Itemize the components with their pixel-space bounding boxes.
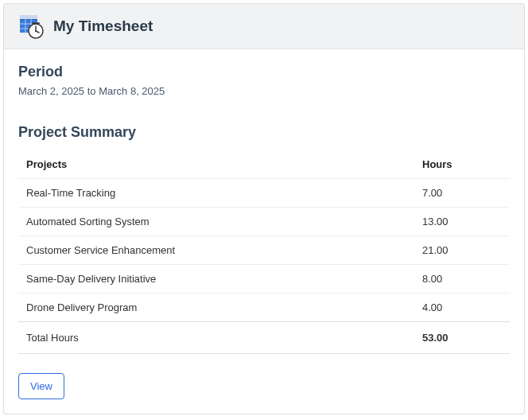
- total-row: Total Hours 53.00: [18, 322, 510, 354]
- svg-rect-8: [32, 22, 40, 24]
- period-range: March 2, 2025 to March 8, 2025: [18, 85, 510, 97]
- project-name: Same-Day Delivery Initiative: [18, 265, 414, 294]
- card-body: Period March 2, 2025 to March 8, 2025 Pr…: [4, 49, 524, 414]
- timesheet-icon: [18, 14, 44, 39]
- project-name: Real-Time Tracking: [18, 179, 414, 208]
- project-hours: 13.00: [414, 208, 510, 236]
- svg-rect-1: [20, 15, 37, 19]
- period-label: Period: [18, 64, 510, 80]
- table-row: Automated Sorting System 13.00: [18, 208, 510, 236]
- col-projects: Projects: [18, 152, 414, 179]
- svg-point-11: [35, 30, 37, 32]
- project-hours: 7.00: [414, 179, 510, 208]
- svg-rect-2: [20, 19, 37, 20]
- project-hours: 4.00: [414, 294, 510, 322]
- project-hours: 8.00: [414, 265, 510, 294]
- card-header: My Timesheet: [4, 4, 524, 49]
- table-row: Same-Day Delivery Initiative 8.00: [18, 265, 510, 294]
- card-title: My Timesheet: [53, 18, 153, 35]
- summary-title: Project Summary: [18, 124, 510, 141]
- table-row: Drone Delivery Program 4.00: [18, 294, 510, 322]
- table-row: Real-Time Tracking 7.00: [18, 179, 510, 208]
- table-row: Customer Service Enhancement 21.00: [18, 236, 510, 265]
- project-name: Customer Service Enhancement: [18, 236, 414, 265]
- timesheet-card: My Timesheet Period March 2, 2025 to Mar…: [3, 3, 525, 414]
- project-summary-table: Projects Hours Real-Time Tracking 7.00 A…: [18, 152, 510, 354]
- col-hours: Hours: [414, 152, 510, 179]
- project-name: Automated Sorting System: [18, 208, 414, 236]
- total-hours: 53.00: [414, 322, 510, 354]
- project-name: Drone Delivery Program: [18, 294, 414, 322]
- total-label: Total Hours: [18, 322, 414, 354]
- project-hours: 21.00: [414, 236, 510, 265]
- view-button[interactable]: View: [18, 373, 64, 399]
